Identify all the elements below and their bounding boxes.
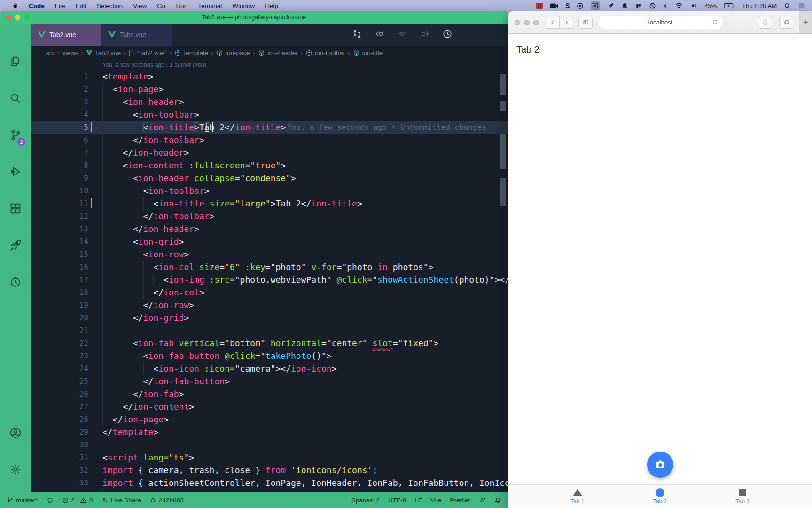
tab-overview-icon[interactable] <box>779 16 793 29</box>
code-line-22[interactable]: 22<ion-fab vertical="bottom" horizontal=… <box>31 337 508 349</box>
timeline-clock-icon[interactable] <box>0 263 31 300</box>
bluetooth-icon[interactable] <box>663 2 668 9</box>
theme-color-indicator[interactable]: #42b883 <box>149 497 184 504</box>
code-line-26[interactable]: 26</ion-fab> <box>31 388 508 400</box>
remote-rocket-icon[interactable] <box>0 227 31 263</box>
editor-tab-tab2-vue[interactable]: Tab2.vue <box>31 24 102 46</box>
feedback-icon[interactable] <box>479 497 486 504</box>
code-line-14[interactable]: 14<ion-grid> <box>31 235 508 248</box>
code-line-2[interactable]: 2<ion-page> <box>31 83 508 95</box>
menu-view[interactable]: View <box>128 2 152 9</box>
window-manager-icon[interactable] <box>591 1 600 10</box>
minimize-window-button[interactable] <box>15 15 20 20</box>
safari-zoom-button[interactable] <box>533 20 539 25</box>
safari-minimize-button[interactable] <box>524 20 530 25</box>
accounts-icon[interactable] <box>0 414 31 451</box>
breadcrumb-item-iontitle[interactable]: ion-title <box>353 49 383 56</box>
code-line-31[interactable]: 31<script lang="ts"> <box>31 451 508 464</box>
breadcrumb-item-ionheader[interactable]: ion-header <box>258 49 298 56</box>
vscode-title-bar[interactable]: Tab2.vue — photo-gallery-capacitor-vue <box>0 11 508 24</box>
editor-tab-tabs-vue[interactable]: Tabs.vue <box>102 24 172 46</box>
code-line-32[interactable]: 32import { camera, trash, close } from '… <box>31 464 508 476</box>
eol-status[interactable]: LF <box>414 497 422 504</box>
notification-bell-icon[interactable] <box>621 2 628 9</box>
rocket-icon[interactable] <box>607 2 614 9</box>
code-line-25[interactable]: 25</ion-fab-button> <box>31 375 508 388</box>
breadcrumb-item-tab2vue[interactable]: Tab2.vue <box>86 49 121 56</box>
menu-go[interactable]: Go <box>152 2 171 9</box>
code-line-15[interactable]: 15<ion-row> <box>31 248 508 261</box>
spotlight-search-icon[interactable] <box>784 2 791 9</box>
code-line-34[interactable]: 34IonToolbar, IonTitle, IonContent, IonI… <box>31 489 508 492</box>
close-tab-icon[interactable] <box>85 31 92 39</box>
safari-close-button[interactable] <box>515 20 520 25</box>
search-icon[interactable] <box>0 80 31 117</box>
code-line-9[interactable]: 9<ion-header collapse="condense"> <box>31 172 508 184</box>
screen-recorder-icon[interactable] <box>536 3 543 9</box>
forward-button[interactable] <box>559 16 573 29</box>
menu-file[interactable]: File <box>50 2 70 9</box>
code-line-12[interactable]: 12</ion-toolbar> <box>31 210 508 222</box>
code-line-11[interactable]: 11<ion-title size="large">Tab 2</ion-tit… <box>31 197 508 210</box>
new-tab-button[interactable]: + <box>799 11 812 33</box>
open-changes-icon[interactable] <box>352 29 362 41</box>
breadcrumb-item-views[interactable]: views <box>62 49 78 56</box>
code-line-8[interactable]: 8<ion-content :fullscreen="true"> <box>31 159 508 172</box>
breadcrumb-item-iontoolbar[interactable]: ion-toolbar <box>305 49 345 56</box>
menu-clock[interactable]: Thu 8:28 AM <box>742 2 777 9</box>
split-view-icon[interactable] <box>635 2 642 9</box>
wifi-icon[interactable] <box>675 2 683 9</box>
code-line-20[interactable]: 20</ion-grid> <box>31 311 508 324</box>
ion-tab-tab-2[interactable]: Tab 2 <box>619 485 702 508</box>
volume-icon[interactable] <box>690 2 697 9</box>
code-line-19[interactable]: 19</ion-row> <box>31 299 508 311</box>
file-history-icon[interactable] <box>442 29 453 41</box>
camera-fab-button[interactable] <box>647 452 673 478</box>
notifications-bell-icon[interactable] <box>494 497 501 504</box>
code-line-27[interactable]: 27</ion-content> <box>31 400 508 413</box>
breadcrumb-item-template[interactable]: template <box>174 49 208 56</box>
code-line-21[interactable]: 21 <box>31 324 508 337</box>
record-icon[interactable] <box>577 2 584 9</box>
menu-terminal[interactable]: Terminal <box>193 2 227 9</box>
sync-changes-button[interactable] <box>47 497 54 504</box>
code-line-18[interactable]: 18</ion-col> <box>31 286 508 299</box>
code-line-3[interactable]: 3<ion-header> <box>31 95 508 108</box>
menu-help[interactable]: Help <box>260 2 283 9</box>
menu-window[interactable]: Window <box>227 2 260 9</box>
share-icon[interactable] <box>758 16 772 29</box>
code-line-5[interactable]: 5<ion-title>Tab 2</ion-title>You, a few … <box>31 121 508 134</box>
code-line-30[interactable]: 30 <box>31 438 508 451</box>
menu-selection[interactable]: Selection <box>92 2 128 9</box>
code-line-16[interactable]: 16<ion-col size="6" :key="photo" v-for="… <box>31 261 508 273</box>
code-line-29[interactable]: 29</template> <box>31 426 508 438</box>
camera-app-icon[interactable] <box>550 3 558 9</box>
back-button[interactable] <box>546 16 560 29</box>
shortcuts-icon[interactable]: S <box>565 2 570 9</box>
zoom-window-button[interactable] <box>24 15 30 20</box>
close-window-button[interactable] <box>5 15 11 20</box>
breadcrumb-item-tab2vue[interactable]: { }"Tab2.vue" <box>129 49 167 56</box>
settings-gear-icon[interactable] <box>0 451 31 488</box>
code-line-24[interactable]: 24<ion-icon :icon="camera"></ion-icon> <box>31 362 508 375</box>
menu-run[interactable]: Run <box>171 2 193 9</box>
code-line-10[interactable]: 10<ion-toolbar> <box>31 184 508 197</box>
breadcrumb-item-src[interactable]: src <box>46 49 55 56</box>
code-line-1[interactable]: 1<template> <box>31 70 508 83</box>
language-mode-status[interactable]: Vue <box>430 497 442 504</box>
breadcrumb-item-ionpage[interactable]: ion-page <box>216 49 250 56</box>
source-control-icon[interactable]: 2 <box>0 117 31 153</box>
code-line-7[interactable]: 7</ion-header> <box>31 146 508 159</box>
control-center-icon[interactable] <box>798 3 805 9</box>
code-line-33[interactable]: 33import { actionSheetController, IonPag… <box>31 476 508 489</box>
next-change-icon[interactable] <box>420 29 430 41</box>
previous-change-icon[interactable] <box>375 29 385 41</box>
menu-app-name[interactable]: Code <box>23 2 50 9</box>
menu-edit[interactable]: Edit <box>70 2 92 9</box>
run-debug-icon[interactable] <box>0 153 31 190</box>
ion-tab-tab-1[interactable]: Tab 1 <box>536 485 619 508</box>
sidebar-toggle-icon[interactable] <box>578 16 593 29</box>
extensions-icon[interactable] <box>0 190 31 227</box>
do-not-disturb-icon[interactable] <box>649 2 656 9</box>
code-line-4[interactable]: 4<ion-toolbar> <box>31 108 508 121</box>
